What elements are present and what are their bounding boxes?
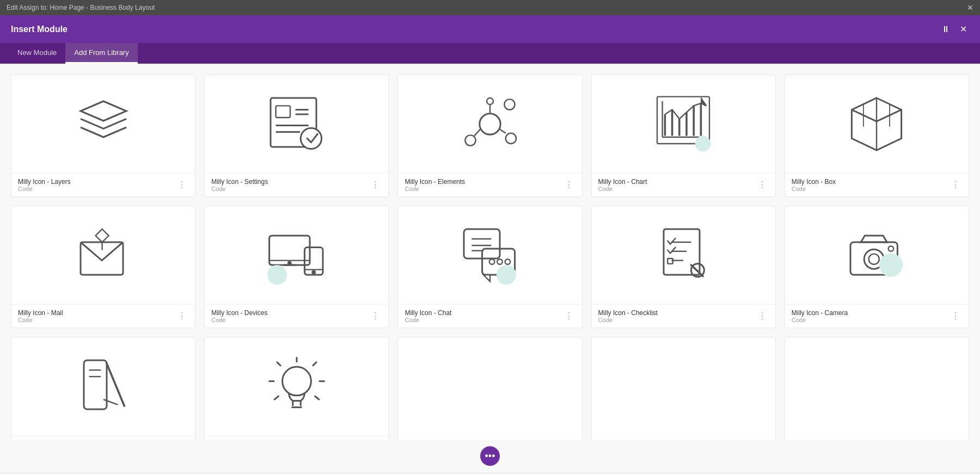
title-bar: Edit Assign to: Home Page - Business Bod… [0, 0, 980, 15]
card-name-chart: Milly Icon - Chart [598, 178, 647, 186]
card-menu-button-camera[interactable]: ⋮ [949, 312, 962, 321]
svg-line-72 [277, 362, 280, 366]
card-name-layers: Milly Icon - Layers [18, 178, 71, 186]
svg-marker-0 [81, 101, 126, 121]
content-area: Milly Icon - Layers Code ⋮ Milly Icon - … [0, 64, 980, 440]
card-type-camera: Code [792, 317, 848, 323]
modal-header: Insert Module ⏸ ✕ [0, 15, 980, 43]
card-menu-button-devices[interactable]: ⋮ [369, 312, 382, 321]
card-icon-area-chart [592, 75, 775, 173]
card-footer-box: Milly Icon - Box Code ⋮ [785, 173, 969, 196]
empty-card-14 [785, 337, 969, 440]
card-icon-area-settings [205, 75, 388, 173]
card-info-chart: Milly Icon - Chart Code [598, 178, 647, 192]
card-box[interactable]: Milly Icon - Box Code ⋮ [785, 75, 969, 197]
title-bar-text: Edit Assign to: Home Page - Business Bod… [7, 4, 155, 11]
card-info-elements: Milly Icon - Elements Code [405, 178, 465, 192]
card-type-box: Code [792, 186, 836, 192]
module-grid: Milly Icon - Layers Code ⋮ Milly Icon - … [11, 75, 969, 440]
card-icon-area-layers [11, 75, 195, 173]
card-settings[interactable]: Milly Icon - Settings Code ⋮ [204, 75, 389, 197]
title-bar-close-button[interactable]: ✕ [967, 3, 973, 12]
svg-point-59 [869, 254, 879, 264]
svg-line-73 [313, 362, 316, 366]
card-design[interactable]: Milly Icon - Design Code ⋮ [11, 337, 195, 440]
svg-point-7 [301, 128, 321, 149]
card-type-mail: Code [18, 317, 63, 323]
card-info-chat: Milly Icon - Chat Code [405, 309, 451, 323]
card-type-chat: Code [405, 317, 451, 323]
card-footer-chat: Milly Icon - Chat Code ⋮ [398, 304, 581, 328]
card-info-camera: Milly Icon - Camera Code [792, 309, 848, 323]
empty-card-12 [397, 337, 582, 440]
card-footer-devices: Milly Icon - Devices Code ⋮ [205, 304, 388, 328]
modal-title: Insert Module [11, 24, 68, 34]
card-type-elements: Code [405, 186, 465, 192]
svg-rect-2 [275, 106, 290, 118]
card-name-devices: Milly Icon - Devices [211, 309, 267, 317]
card-menu-button-elements[interactable]: ⋮ [562, 181, 575, 189]
card-checklist[interactable]: Milly Icon - Checklist Code ⋮ [591, 206, 776, 328]
card-footer-idea: Milly Icon - Idea Code ⋮ [205, 435, 388, 440]
card-icon-area-devices [205, 206, 388, 304]
svg-point-67 [282, 367, 311, 396]
svg-point-48 [505, 259, 511, 264]
card-menu-button-layers[interactable]: ⋮ [175, 181, 188, 189]
card-footer-camera: Milly Icon - Camera Code ⋮ [785, 304, 969, 328]
svg-marker-31 [95, 229, 108, 242]
card-name-chat: Milly Icon - Chat [405, 309, 451, 317]
card-type-checklist: Code [598, 317, 658, 323]
card-footer-chart: Milly Icon - Chart Code ⋮ [592, 173, 775, 196]
card-name-camera: Milly Icon - Camera [792, 309, 848, 317]
card-name-elements: Milly Icon - Elements [405, 178, 465, 186]
svg-point-8 [480, 114, 500, 134]
card-devices[interactable]: Milly Icon - Devices Code ⋮ [204, 206, 389, 328]
tab-add-from-library[interactable]: Add From Library [65, 43, 137, 64]
card-camera[interactable]: Milly Icon - Camera Code ⋮ [785, 206, 969, 328]
card-chart[interactable]: Milly Icon - Chart Code ⋮ [591, 75, 776, 197]
card-icon-area-mail [11, 206, 195, 304]
card-menu-button-settings[interactable]: ⋮ [369, 181, 382, 189]
svg-point-49 [497, 265, 516, 285]
svg-rect-62 [84, 360, 107, 409]
dots-button[interactable]: ••• [480, 446, 500, 466]
card-type-chart: Code [598, 186, 647, 192]
card-chat[interactable]: Milly Icon - Chat Code ⋮ [397, 206, 582, 328]
svg-point-25 [695, 136, 711, 152]
card-menu-button-box[interactable]: ⋮ [949, 181, 962, 189]
tabs-bar: New Module Add From Library [0, 43, 980, 64]
card-menu-button-mail[interactable]: ⋮ [175, 312, 188, 321]
svg-line-15 [500, 130, 506, 133]
card-type-devices: Code [211, 317, 267, 323]
card-icon-area-checklist [592, 206, 775, 304]
modal-pause-button[interactable]: ⏸ [939, 22, 952, 36]
tab-new-module[interactable]: New Module [9, 43, 65, 64]
card-name-box: Milly Icon - Box [792, 178, 836, 186]
card-elements[interactable]: Milly Icon - Elements Code ⋮ [397, 75, 582, 197]
card-footer-layers: Milly Icon - Layers Code ⋮ [11, 173, 195, 196]
card-menu-button-chat[interactable]: ⋮ [562, 312, 575, 321]
card-info-settings: Milly Icon - Settings Code [211, 178, 268, 192]
card-layers[interactable]: Milly Icon - Layers Code ⋮ [11, 75, 195, 197]
svg-line-66 [103, 399, 118, 405]
card-info-layers: Milly Icon - Layers Code [18, 178, 71, 192]
svg-point-13 [487, 98, 493, 104]
svg-point-61 [879, 253, 903, 276]
card-mail[interactable]: Milly Icon - Mail Code ⋮ [11, 206, 195, 328]
empty-card-13 [591, 337, 776, 440]
modal-header-actions: ⏸ ✕ [939, 22, 969, 36]
card-icon-area-elements [398, 75, 581, 173]
card-menu-button-checklist[interactable]: ⋮ [756, 312, 769, 321]
card-name-checklist: Milly Icon - Checklist [598, 309, 658, 317]
svg-point-10 [504, 99, 514, 109]
card-info-devices: Milly Icon - Devices Code [211, 309, 267, 323]
card-icon-area-design [11, 337, 195, 435]
svg-line-76 [274, 396, 278, 399]
card-icon-area-idea [205, 337, 388, 435]
card-menu-button-chart[interactable]: ⋮ [756, 181, 769, 189]
card-idea[interactable]: Milly Icon - Idea Code ⋮ [204, 337, 389, 440]
card-footer-elements: Milly Icon - Elements Code ⋮ [398, 173, 581, 196]
modal-close-button[interactable]: ✕ [958, 22, 969, 36]
card-type-layers: Code [18, 186, 71, 192]
card-icon-area-chat [398, 206, 581, 304]
